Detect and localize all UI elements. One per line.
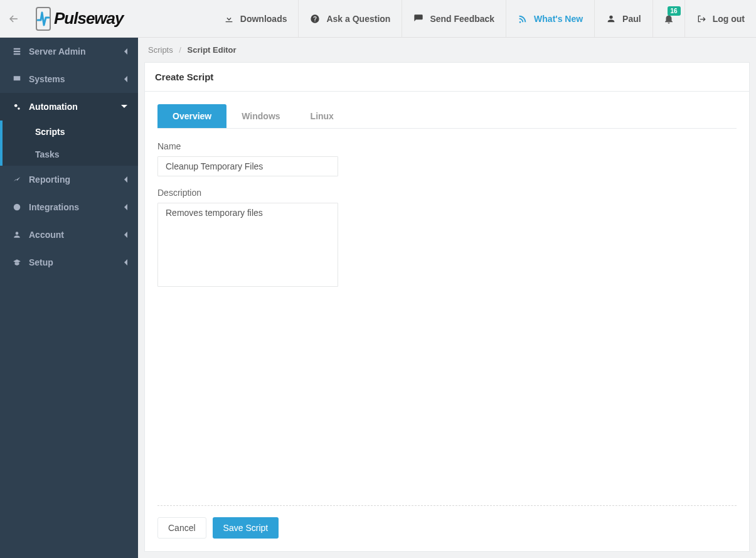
download-icon <box>224 14 234 24</box>
logout-icon <box>696 14 706 24</box>
topbar-logout[interactable]: Log out <box>684 0 756 37</box>
breadcrumb-separator: / <box>179 45 181 55</box>
sidebar-subitem-scripts[interactable]: Scripts <box>3 121 138 143</box>
topbar-logout-label: Log out <box>713 14 745 24</box>
sidebar-item-setup[interactable]: Setup <box>0 249 138 276</box>
svg-point-3 <box>14 204 21 211</box>
sidebar-item-label: Account <box>29 230 64 240</box>
logo-icon <box>34 6 53 31</box>
topbar-feedback[interactable]: Send Feedback <box>402 0 506 37</box>
topbar-notifications[interactable]: 16 <box>652 0 684 37</box>
topbar-whatsnew[interactable]: What's New <box>506 0 594 37</box>
question-icon <box>310 14 320 24</box>
panel: Create Script Overview Windows Linux Nam… <box>144 62 750 552</box>
topbar-whatsnew-label: What's New <box>534 14 583 24</box>
graduation-cap-icon <box>13 258 21 267</box>
sidebar-item-label: Automation <box>29 102 78 112</box>
chevron-left-icon <box>123 75 128 83</box>
sidebar-item-label: Reporting <box>29 174 70 185</box>
sidebar-submenu-automation: Scripts Tasks <box>0 121 138 166</box>
topbar: Pulseway Downloads Ask a Question Send F… <box>0 0 756 38</box>
sidebar-item-reporting[interactable]: Reporting <box>0 166 138 193</box>
sidebar-item-integrations[interactable]: Integrations <box>0 193 138 221</box>
sidebar-item-label: Server Admin <box>29 46 86 56</box>
topbar-downloads-label: Downloads <box>240 14 287 24</box>
tasks-icon <box>13 47 21 56</box>
rss-icon <box>518 14 528 24</box>
chevron-left-icon <box>123 176 128 183</box>
sidebar-item-label: Setup <box>29 257 53 267</box>
dashboard-icon <box>13 203 21 212</box>
sidebar-subitem-label: Tasks <box>35 149 60 159</box>
sidebar-item-server-admin[interactable]: Server Admin <box>0 38 138 65</box>
breadcrumb-parent[interactable]: Scripts <box>148 45 173 55</box>
topbar-downloads[interactable]: Downloads <box>213 0 299 37</box>
chevron-left-icon <box>123 203 128 211</box>
brand-logo[interactable]: Pulseway <box>28 6 130 31</box>
notification-badge: 16 <box>668 6 681 16</box>
panel-title: Create Script <box>145 63 749 92</box>
back-button[interactable] <box>0 13 28 25</box>
brand-name: Pulseway <box>54 9 124 28</box>
main-content: Scripts / Script Editor Create Script Ov… <box>138 38 756 558</box>
comment-icon <box>413 14 423 24</box>
topbar-user-label: Paul <box>622 14 641 24</box>
topbar-user[interactable]: Paul <box>594 0 652 37</box>
topbar-feedback-label: Send Feedback <box>430 14 494 24</box>
sidebar-subitem-label: Scripts <box>35 127 65 137</box>
cancel-button[interactable]: Cancel <box>157 517 206 539</box>
topbar-ask[interactable]: Ask a Question <box>298 0 402 37</box>
sidebar-item-systems[interactable]: Systems <box>0 65 138 93</box>
topbar-ask-label: Ask a Question <box>326 14 390 24</box>
chart-icon <box>13 175 21 184</box>
description-textarea[interactable] <box>157 203 338 287</box>
sidebar-item-automation[interactable]: Automation <box>0 93 138 121</box>
sidebar-item-label: Systems <box>29 74 65 84</box>
panel-footer: Cancel Save Script <box>157 505 737 539</box>
chevron-left-icon <box>123 259 128 266</box>
desktop-icon <box>13 75 21 83</box>
sidebar-subitem-tasks[interactable]: Tasks <box>3 143 138 166</box>
sidebar-item-account[interactable]: Account <box>0 221 138 249</box>
user-icon <box>13 230 21 239</box>
svg-point-1 <box>14 104 18 107</box>
description-label: Description <box>157 188 338 198</box>
user-icon <box>606 14 616 24</box>
chevron-left-icon <box>123 48 128 55</box>
save-button[interactable]: Save Script <box>213 517 279 539</box>
name-input[interactable] <box>157 156 338 176</box>
name-label: Name <box>157 141 338 151</box>
svg-point-2 <box>18 107 20 110</box>
sidebar: Server Admin Systems Automation Scripts … <box>0 38 138 558</box>
tabs: Overview Windows Linux <box>157 104 737 129</box>
cogs-icon <box>13 102 21 111</box>
chevron-left-icon <box>123 231 128 239</box>
sidebar-item-label: Integrations <box>29 202 79 212</box>
chevron-down-icon <box>120 104 128 109</box>
tab-overview[interactable]: Overview <box>157 104 226 128</box>
breadcrumb-current: Script Editor <box>188 45 237 55</box>
tab-windows[interactable]: Windows <box>226 104 295 128</box>
tab-linux[interactable]: Linux <box>295 104 349 128</box>
breadcrumb: Scripts / Script Editor <box>138 38 756 62</box>
